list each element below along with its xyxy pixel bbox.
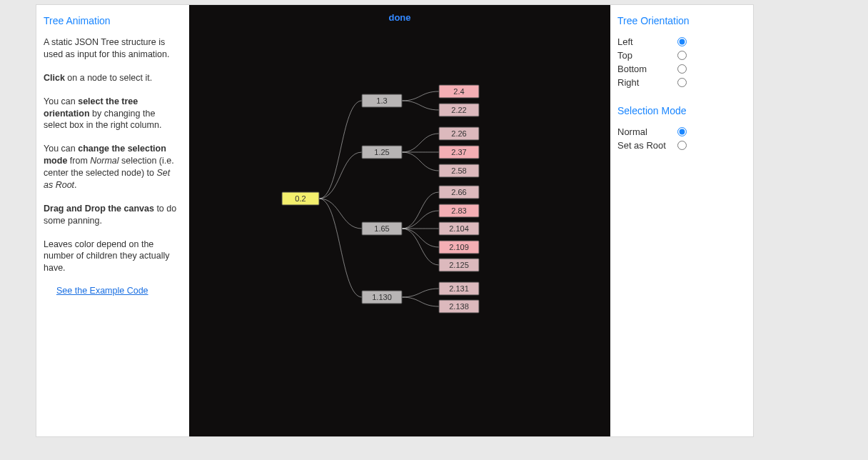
tree-edge [402, 297, 439, 306]
info-title: Tree Animation [44, 15, 178, 26]
tree-node-2.37[interactable]: 2.37 [439, 146, 479, 159]
tree-edge [402, 91, 439, 101]
selection-row-normal: Normal [617, 126, 746, 137]
svg-text:2.125: 2.125 [449, 261, 469, 269]
example-code-link[interactable]: See the Example Code [56, 286, 178, 296]
selection-row-set-as-root: Set as Root [617, 140, 746, 151]
tree-node-2.83[interactable]: 2.83 [439, 204, 479, 217]
info-panel: Tree Animation A static JSON Tree struct… [36, 5, 189, 436]
tree-node-1.65[interactable]: 1.65 [362, 222, 402, 235]
svg-text:1.25: 1.25 [374, 148, 389, 156]
svg-text:2.37: 2.37 [451, 148, 466, 156]
selection-title: Selection Mode [617, 105, 746, 116]
svg-text:2.22: 2.22 [451, 106, 466, 114]
svg-text:2.109: 2.109 [449, 243, 469, 251]
svg-text:2.58: 2.58 [451, 166, 466, 175]
tree-node-2.66[interactable]: 2.66 [439, 186, 479, 199]
orientation-radio-right[interactable] [677, 78, 687, 87]
orientation-row-left: Left [617, 36, 746, 47]
svg-text:2.104: 2.104 [449, 224, 469, 233]
info-p3: You can select the tree orientation by c… [44, 96, 178, 132]
orientation-row-top: Top [617, 50, 746, 61]
tree-node-2.138[interactable]: 2.138 [439, 300, 479, 313]
tree-edge [319, 101, 362, 199]
svg-text:0.2: 0.2 [295, 194, 306, 203]
svg-text:2.26: 2.26 [451, 129, 466, 138]
tree-node-2.26[interactable]: 2.26 [439, 127, 479, 140]
tree-node-2.125[interactable]: 2.125 [439, 259, 479, 271]
selection-radio-normal[interactable] [677, 127, 687, 136]
tree-node-2.22[interactable]: 2.22 [439, 104, 479, 116]
selection-label: Set as Root [617, 140, 673, 151]
tree-edge [319, 199, 362, 229]
tree-svg[interactable]: 0.21.31.251.651.1302.42.222.262.372.582.… [189, 5, 610, 436]
orientation-label: Left [617, 36, 673, 47]
tree-edge [402, 101, 439, 110]
info-p1: A static JSON Tree structure is used as … [44, 36, 178, 61]
svg-text:2.138: 2.138 [449, 302, 469, 311]
orientation-label: Bottom [617, 64, 673, 74]
svg-text:1.3: 1.3 [376, 96, 387, 105]
selection-label: Normal [617, 126, 673, 137]
svg-text:1.130: 1.130 [372, 293, 392, 301]
info-p6: Leaves color depend on the number of chi… [44, 239, 178, 275]
tree-node-1.130[interactable]: 1.130 [362, 291, 402, 304]
tree-edge [402, 192, 439, 229]
info-p4: You can change the selection mode from N… [44, 143, 178, 191]
tree-node-2.58[interactable]: 2.58 [439, 164, 479, 177]
tree-node-1.25[interactable]: 1.25 [362, 146, 402, 159]
controls-panel: Tree Orientation LeftTopBottomRight Sele… [610, 5, 753, 436]
orientation-radio-left[interactable] [677, 37, 687, 46]
tree-node-2.131[interactable]: 2.131 [439, 282, 479, 295]
svg-text:2.131: 2.131 [449, 284, 469, 293]
orientation-row-right: Right [617, 77, 746, 88]
canvas[interactable]: done 0.21.31.251.651.1302.42.222.262.372… [189, 5, 610, 436]
tree-edge [402, 211, 439, 229]
tree-node-2.104[interactable]: 2.104 [439, 222, 479, 235]
tree-node-2.4[interactable]: 2.4 [439, 85, 479, 98]
tree-edge [319, 152, 362, 199]
orientation-radio-top[interactable] [677, 51, 687, 60]
orientation-title: Tree Orientation [617, 15, 746, 26]
orientation-label: Top [617, 50, 673, 61]
orientation-label: Right [617, 77, 673, 88]
tree-node-1.3[interactable]: 1.3 [362, 94, 402, 107]
tree-edge [402, 289, 439, 297]
tree-edge [402, 229, 439, 247]
orientation-row-bottom: Bottom [617, 64, 746, 74]
svg-text:1.65: 1.65 [374, 224, 389, 233]
tree-edge [402, 134, 439, 152]
tree-node-0.2[interactable]: 0.2 [282, 192, 319, 205]
tree-node-2.109[interactable]: 2.109 [439, 241, 479, 254]
info-p5: Drag and Drop the canvas to do some pann… [44, 203, 178, 227]
svg-text:2.83: 2.83 [451, 206, 466, 215]
app-frame: Tree Animation A static JSON Tree struct… [36, 4, 754, 437]
orientation-radio-bottom[interactable] [677, 64, 687, 74]
svg-text:2.66: 2.66 [451, 188, 466, 196]
svg-text:2.4: 2.4 [453, 87, 464, 96]
info-p2: Click on a node to select it. [44, 72, 178, 84]
tree-edge [402, 152, 439, 171]
selection-radio-set-as-root[interactable] [677, 141, 687, 150]
